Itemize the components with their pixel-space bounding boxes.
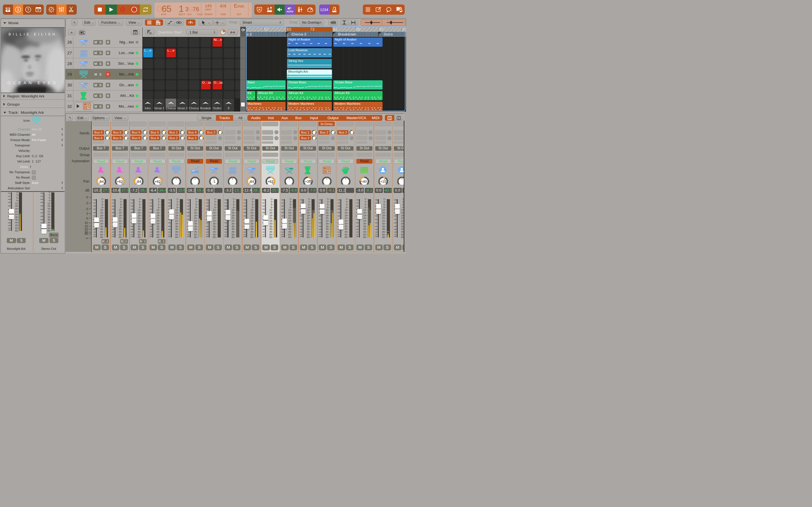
svg-text:60: 60 xyxy=(288,236,291,238)
svg-text:+63: +63 xyxy=(267,180,273,184)
svg-text:35: 35 xyxy=(175,225,178,228)
svg-text:60: 60 xyxy=(307,236,310,238)
svg-text:9: 9 xyxy=(271,206,272,209)
svg-text:18: 18 xyxy=(15,207,18,210)
svg-text:15: 15 xyxy=(119,211,121,214)
svg-text:18: 18 xyxy=(382,214,385,217)
svg-text:3: 3 xyxy=(271,200,272,203)
svg-text:12: 12 xyxy=(269,209,272,211)
svg-text:50: 50 xyxy=(307,233,310,236)
svg-text:15: 15 xyxy=(232,211,235,214)
svg-text:45: 45 xyxy=(213,230,216,233)
svg-text:40: 40 xyxy=(213,228,216,230)
svg-text:45: 45 xyxy=(15,224,18,227)
svg-text:24: 24 xyxy=(232,219,235,222)
svg-text:6: 6 xyxy=(195,203,197,206)
svg-text:30: 30 xyxy=(288,222,291,225)
svg-text:12: 12 xyxy=(326,209,328,211)
svg-text:3: 3 xyxy=(290,200,291,203)
svg-text:24: 24 xyxy=(15,213,18,216)
svg-text:30: 30 xyxy=(175,222,178,225)
svg-text:6: 6 xyxy=(308,203,310,206)
svg-text:21: 21 xyxy=(119,217,121,219)
svg-text:12: 12 xyxy=(194,209,197,211)
svg-text:21: 21 xyxy=(401,217,404,219)
svg-text:60: 60 xyxy=(232,236,235,238)
svg-text:24: 24 xyxy=(250,219,253,222)
svg-text:+63: +63 xyxy=(154,180,160,184)
svg-text:50: 50 xyxy=(100,233,103,236)
svg-text:45: 45 xyxy=(382,230,385,233)
svg-text:6: 6 xyxy=(120,203,121,206)
svg-text:6: 6 xyxy=(327,203,328,206)
svg-text:3: 3 xyxy=(16,193,18,196)
svg-text:18: 18 xyxy=(119,214,121,217)
svg-text:35: 35 xyxy=(401,225,404,228)
svg-text:12: 12 xyxy=(119,209,121,211)
svg-text:40: 40 xyxy=(269,228,272,230)
svg-text:60: 60 xyxy=(119,236,121,238)
svg-text:21: 21 xyxy=(213,217,216,219)
svg-text:24: 24 xyxy=(363,219,366,222)
svg-text:60: 60 xyxy=(175,236,178,238)
svg-text:30: 30 xyxy=(232,222,235,225)
svg-text:21: 21 xyxy=(345,217,347,219)
svg-text:3: 3 xyxy=(364,200,366,203)
svg-text:21: 21 xyxy=(269,217,272,219)
svg-text:12: 12 xyxy=(47,202,50,205)
svg-text:35: 35 xyxy=(269,225,272,228)
svg-text:9: 9 xyxy=(327,206,328,209)
svg-text:30: 30 xyxy=(345,222,347,225)
svg-text:24: 24 xyxy=(269,219,272,222)
svg-text:18: 18 xyxy=(269,214,272,217)
svg-text:9: 9 xyxy=(214,206,216,209)
svg-text:12: 12 xyxy=(382,209,385,211)
svg-text:15: 15 xyxy=(47,205,50,207)
svg-text:18: 18 xyxy=(194,214,197,217)
svg-text:24: 24 xyxy=(194,219,197,222)
svg-text:18: 18 xyxy=(288,214,291,217)
svg-text:18: 18 xyxy=(345,214,347,217)
svg-text:3: 3 xyxy=(158,200,159,203)
svg-text:45: 45 xyxy=(47,224,50,227)
svg-text:↕: ↕ xyxy=(362,21,364,24)
svg-text:3: 3 xyxy=(346,200,347,203)
svg-text:12: 12 xyxy=(138,209,140,211)
svg-text:15: 15 xyxy=(269,211,272,214)
svg-text:40: 40 xyxy=(250,228,253,230)
svg-text:15: 15 xyxy=(194,211,197,214)
svg-text:21: 21 xyxy=(100,217,103,219)
svg-text:18: 18 xyxy=(250,214,253,217)
svg-text:45: 45 xyxy=(100,230,103,233)
svg-text:9: 9 xyxy=(290,206,291,209)
svg-text:15: 15 xyxy=(345,211,347,214)
svg-text:24: 24 xyxy=(382,219,385,222)
svg-text:9: 9 xyxy=(176,206,178,209)
svg-text:3: 3 xyxy=(49,193,50,196)
svg-text:50: 50 xyxy=(47,227,50,230)
svg-text:12: 12 xyxy=(288,209,291,211)
svg-text:6: 6 xyxy=(271,203,272,206)
svg-text:45: 45 xyxy=(175,230,178,233)
svg-text:9: 9 xyxy=(16,199,18,202)
svg-text:+35: +35 xyxy=(305,180,311,184)
svg-text:60: 60 xyxy=(156,236,159,238)
svg-text:30: 30 xyxy=(250,222,253,225)
svg-text:45: 45 xyxy=(232,230,235,233)
svg-text:35: 35 xyxy=(119,225,121,228)
svg-text:40: 40 xyxy=(232,228,235,230)
svg-text:9: 9 xyxy=(364,206,366,209)
svg-text:60: 60 xyxy=(100,236,103,238)
svg-text:12: 12 xyxy=(156,209,159,211)
svg-text:30: 30 xyxy=(100,222,103,225)
svg-text:40: 40 xyxy=(156,228,159,230)
svg-text:24: 24 xyxy=(47,213,50,216)
svg-text:60: 60 xyxy=(269,236,272,238)
svg-text:24: 24 xyxy=(345,219,347,222)
svg-text:AUTO: AUTO xyxy=(287,10,293,13)
svg-text:-1: -1 xyxy=(212,180,215,184)
svg-text:45: 45 xyxy=(250,230,253,233)
svg-text:6: 6 xyxy=(364,203,366,206)
svg-text:>: > xyxy=(188,21,190,24)
svg-text:21: 21 xyxy=(138,217,140,219)
